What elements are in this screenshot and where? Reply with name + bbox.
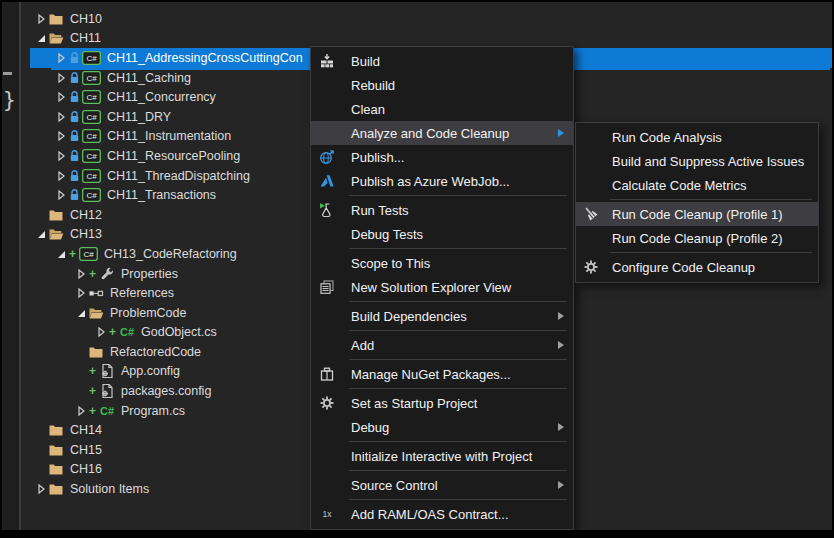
expander-collapsed-icon[interactable] — [94, 325, 108, 339]
indent — [34, 253, 54, 254]
expander-collapsed-icon[interactable] — [54, 110, 68, 124]
menu-item-label: Rebuild — [351, 78, 395, 93]
menu-item-label: Run Tests — [351, 203, 409, 218]
menu-item-add[interactable]: Add — [311, 333, 573, 357]
folder-closed-icon — [48, 442, 64, 458]
svg-text:C#: C# — [86, 172, 97, 181]
expander-collapsed-icon[interactable] — [54, 51, 68, 65]
folder-closed-icon — [48, 481, 64, 497]
csharp-project-icon: C# — [82, 187, 101, 203]
tree-item-label: CH13 — [70, 227, 102, 241]
tree-item-label: CH11_ThreadDispatching — [107, 169, 250, 183]
expander-expanded-icon[interactable] — [34, 227, 48, 241]
menu-item-build-and-suppress-active-issues[interactable]: Build and Suppress Active Issues — [576, 149, 818, 173]
tree-item-label: packages.config — [121, 384, 211, 398]
menu-item-rebuild[interactable]: Rebuild — [311, 73, 573, 97]
tree-item-label: CH11 — [70, 31, 101, 45]
plus-icon: + — [108, 324, 117, 340]
menu-item-publish[interactable]: Publish... — [311, 145, 573, 169]
menu-item-label: Publish as Azure WebJob... — [351, 174, 510, 189]
config-file-icon — [99, 363, 115, 379]
menu-item-debug[interactable]: Debug — [311, 415, 573, 439]
expander-expanded-icon[interactable] — [34, 31, 48, 45]
lock-icon — [68, 109, 80, 125]
expander-collapsed-icon[interactable] — [34, 12, 48, 26]
config-file-icon — [99, 383, 115, 399]
lock-icon — [68, 128, 80, 144]
menu-item-debug-tests[interactable]: Debug Tests — [311, 222, 573, 246]
lock-icon — [68, 148, 80, 164]
indent — [34, 332, 94, 333]
menu-item-clean[interactable]: Clean — [311, 97, 573, 121]
expander-collapsed-icon[interactable] — [74, 267, 88, 281]
tree-item-label: CH10 — [70, 12, 102, 26]
menu-item-analyze-and-code-cleanup[interactable]: Analyze and Code Cleanup — [311, 121, 573, 145]
expander-collapsed-icon[interactable] — [54, 149, 68, 163]
menu-item-add-raml-oas-contract[interactable]: 1xAdd RAML/OAS Contract... — [311, 502, 573, 526]
expander-collapsed-icon[interactable] — [54, 71, 68, 85]
lock-icon — [68, 168, 80, 184]
menu-item-run-code-cleanup-profile-1[interactable]: Run Code Cleanup (Profile 1) — [576, 202, 818, 226]
svg-text:C#: C# — [86, 132, 97, 141]
screenshot-frame: } CH10CH11C#CH11_AddressingCrossCuttingC… — [0, 0, 834, 538]
csharp-project-icon: C# — [82, 168, 101, 184]
publish-globe-icon — [318, 148, 336, 166]
tree-item-ch10[interactable]: CH10 — [30, 9, 832, 29]
raml-icon: 1x — [318, 505, 336, 523]
menu-item-publish-as-azure-webjob[interactable]: Publish as Azure WebJob... — [311, 169, 573, 193]
menu-item-set-as-startup-project[interactable]: Set as Startup Project — [311, 391, 573, 415]
menu-item-new-solution-explorer-view[interactable]: New Solution Explorer View — [311, 275, 573, 299]
menu-item-run-code-analysis[interactable]: Run Code Analysis — [576, 125, 818, 149]
run-tests-icon — [318, 201, 336, 219]
expander-collapsed-icon[interactable] — [54, 188, 68, 202]
expander-expanded-icon[interactable] — [74, 306, 88, 320]
build-icon — [318, 52, 336, 70]
folder-open-icon — [48, 30, 64, 46]
expander-collapsed-icon[interactable] — [54, 90, 68, 104]
plus-icon: + — [88, 266, 97, 282]
expander-collapsed-icon[interactable] — [74, 404, 88, 418]
expander-collapsed-icon[interactable] — [54, 169, 68, 183]
tree-item-label: Program.cs — [121, 404, 185, 418]
expander-collapsed-icon[interactable] — [74, 286, 88, 300]
menu-item-scope-to-this[interactable]: Scope to This — [311, 251, 573, 275]
indent — [34, 195, 54, 196]
menu-separator — [349, 359, 567, 360]
expander-collapsed-icon[interactable] — [34, 482, 48, 496]
tree-item-label: CH11_ResourcePooling — [107, 149, 240, 163]
menu-separator — [349, 388, 567, 389]
csharp-project-icon: C# — [82, 70, 101, 86]
lock-icon — [68, 187, 80, 203]
menu-item-build-dependencies[interactable]: Build Dependencies — [311, 304, 573, 328]
menu-item-run-tests[interactable]: Run Tests — [311, 198, 573, 222]
indent — [34, 175, 54, 176]
folder-closed-icon — [48, 207, 64, 223]
csharp-file-icon: C# — [119, 324, 135, 340]
wrench-icon — [99, 266, 115, 282]
csharp-project-icon: C# — [82, 109, 101, 125]
menu-item-build[interactable]: Build — [311, 49, 573, 73]
menu-item-run-code-cleanup-profile-2[interactable]: Run Code Cleanup (Profile 2) — [576, 226, 818, 250]
tree-item-label: References — [110, 286, 174, 300]
tree-item-label: CH11_Instrumentation — [107, 129, 231, 143]
indent — [34, 273, 74, 274]
expander-collapsed-icon[interactable] — [54, 129, 68, 143]
menu-item-label: Scope to This — [351, 256, 430, 271]
menu-item-initialize-interactive-with-project[interactable]: Initialize Interactive with Project — [311, 444, 573, 468]
menu-item-label: Source Control — [351, 478, 438, 493]
menu-item-configure-code-cleanup[interactable]: Configure Code Cleanup — [576, 255, 818, 279]
menu-separator — [349, 470, 567, 471]
svg-text:C#: C# — [86, 74, 97, 83]
expander-expanded-icon[interactable] — [54, 247, 68, 261]
menu-item-source-control[interactable]: Source Control — [311, 473, 573, 497]
menu-item-manage-nuget-packages[interactable]: Manage NuGet Packages... — [311, 362, 573, 386]
lock-icon — [68, 89, 80, 105]
tree-item-label: CH16 — [70, 462, 102, 476]
svg-text:C#: C# — [86, 93, 97, 102]
tree-item-label: GodObject.cs — [141, 325, 217, 339]
csharp-project-icon: C# — [82, 128, 101, 144]
menu-item-label: Build Dependencies — [351, 309, 467, 324]
csharp-project-icon: C# — [82, 89, 101, 105]
menu-item-calculate-code-metrics[interactable]: Calculate Code Metrics — [576, 173, 818, 197]
folder-closed-icon — [48, 11, 64, 27]
